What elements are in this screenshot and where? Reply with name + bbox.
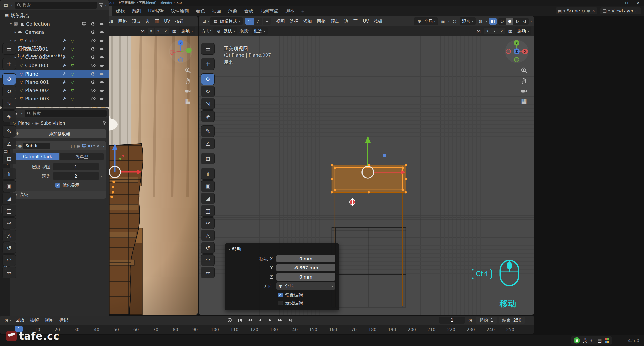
frame-start-field[interactable]: 起始 1 (476, 317, 497, 324)
outliner-item-Plane.001[interactable]: • ▸ ▽ Plane.001 ▽ (0, 78, 109, 86)
tool-button-poly-build[interactable]: △ (201, 230, 214, 241)
expand-caret[interactable]: ▸ (13, 39, 18, 42)
timeline-menu[interactable]: 标记 (56, 316, 71, 324)
options-dropdown[interactable]: 选项 ▾ (179, 27, 195, 35)
workspace-tab[interactable]: 渲染 (225, 6, 241, 16)
drag-handle-icon[interactable]: ∷ (101, 143, 104, 148)
tool-button-loop-cut[interactable]: ◫ (201, 205, 214, 216)
shading-solid-button[interactable]: ● (506, 18, 513, 25)
tool-button-cursor[interactable]: ✛ (3, 58, 16, 70)
viewport-menu[interactable]: 面 (351, 17, 360, 25)
drag-dropdown[interactable]: 框选 ▾ (252, 27, 268, 35)
tool-button-inset-faces[interactable]: ▣ (3, 181, 16, 192)
pin-icon[interactable] (103, 121, 106, 125)
timeline-menu[interactable]: 视图 (42, 316, 56, 324)
outliner-item-Plane.002[interactable]: • ▸ ▽ Plane.002 ▽ (0, 86, 109, 94)
timeline-menu[interactable]: 回放 (13, 316, 27, 324)
jump-to-end-button[interactable] (286, 317, 295, 323)
render-visibility-toggle[interactable] (100, 39, 105, 42)
scene-selector[interactable]: ▤ ▾ Scene ⊙ ⊕ ✕ (556, 7, 597, 14)
shading-material-button[interactable]: ◐ (513, 18, 521, 25)
tool-button-smooth[interactable]: ◠ (201, 255, 214, 266)
tool-button-tweak-select[interactable]: ▭ (201, 43, 214, 54)
tool-button-edge-slide[interactable]: ↔ (201, 267, 214, 278)
filter-icon[interactable] (99, 3, 103, 7)
grid-toggle-icon[interactable]: ▦ (521, 97, 527, 105)
workspace-tab[interactable]: 纹理绘制 (167, 6, 192, 16)
hide-toggle[interactable] (91, 97, 96, 100)
tool-button-add-cube[interactable]: ⊞ (3, 153, 16, 164)
mirror-axis-button[interactable]: Z (162, 28, 169, 34)
hide-toggle[interactable] (91, 64, 96, 67)
levels-viewport-field[interactable]: 1 (53, 163, 99, 170)
xray-toggle[interactable]: ◧ (489, 18, 497, 25)
proportional-edit-icon[interactable]: ◎ (451, 19, 458, 24)
tool-button-scale[interactable]: ⇲ (201, 98, 214, 109)
viewport-menu[interactable]: 选择 (287, 17, 301, 25)
viewport-menu[interactable]: UV (360, 18, 371, 25)
tool-button-add-cube[interactable]: ⊞ (201, 153, 214, 164)
tool-button-cursor[interactable]: ✛ (201, 58, 214, 70)
modifier-panel-header[interactable]: ▾ ◉ Subdi... ▢ ▦ ▾ ✕ ∷ (13, 141, 106, 150)
collapse-caret-icon[interactable]: ▾ (229, 247, 230, 251)
snap-magnet-icon[interactable]: ⋒ (440, 19, 446, 24)
face-select-button[interactable]: ▰ (263, 18, 271, 25)
jump-to-start-button[interactable] (236, 317, 244, 323)
tool-button-extrude[interactable]: ⇧ (201, 168, 214, 179)
viewport-menu[interactable]: 边 (342, 17, 351, 25)
viewlayer-selector[interactable]: ❏ ▾ ViewLayer ⊕ (600, 7, 641, 14)
outliner-item-Plane.003[interactable]: • ▸ ▽ Plane.003 ▽ (0, 94, 109, 103)
frame-end-field[interactable]: 结束 250 (499, 317, 525, 324)
workspace-tab[interactable]: 着色 (192, 6, 209, 16)
outliner-item-Cube[interactable]: • ▸ ▽ Cube ▽ (0, 36, 109, 45)
cage-display-toggle[interactable]: ▦ (76, 143, 80, 148)
orientation-dropdown[interactable]: ⊕ 全局 ▾ (276, 282, 335, 290)
add-modifier-button[interactable]: + 添加修改器 (13, 129, 106, 138)
viewport-menu[interactable]: 顶点 (129, 17, 143, 25)
ime-menu-icon[interactable] (605, 338, 609, 343)
workspace-tab[interactable]: 合成 (241, 6, 257, 16)
tool-button-bevel[interactable]: ◢ (201, 193, 214, 204)
viewport-menu[interactable]: 网格 (116, 17, 129, 25)
hide-toggle[interactable] (91, 30, 96, 34)
viewport-menu[interactable]: 按钮 (173, 17, 186, 25)
viewport-display-toggle[interactable] (82, 144, 86, 148)
expand-caret[interactable]: ▾ (8, 22, 14, 26)
zoom-icon[interactable] (521, 67, 527, 74)
axis-value-field[interactable]: 0 mm (276, 255, 335, 262)
render-visibility-toggle[interactable] (100, 72, 105, 76)
transform-orientation-dropdown[interactable]: ⊕ 全局 ▾ (414, 17, 438, 25)
navigation-gizmo[interactable]: Y X Z (505, 39, 529, 63)
render-visibility-toggle[interactable] (100, 97, 105, 100)
viewport-menu[interactable]: 面 (152, 17, 162, 25)
tool-button-move[interactable]: ✥ (201, 74, 214, 85)
render-visibility-toggle[interactable] (100, 30, 105, 34)
orientation-dropdown[interactable]: ⊕ 默认 ▾ (213, 27, 237, 35)
pin-icon[interactable]: ⊙ (582, 9, 585, 13)
render-visibility-toggle[interactable] (100, 64, 105, 67)
add-workspace-button[interactable]: + (298, 8, 308, 14)
render-visibility-toggle[interactable] (100, 47, 105, 51)
levels-render-field[interactable]: 2 (53, 172, 99, 180)
search-input[interactable] (23, 3, 95, 8)
tool-button-measure[interactable]: ∠ (3, 138, 16, 149)
workspace-tab[interactable]: 动画 (209, 6, 225, 16)
tool-button-smooth[interactable]: ◠ (3, 255, 16, 266)
simple-button[interactable]: 简单型 (60, 153, 104, 160)
tool-button-spin[interactable]: ↺ (201, 242, 214, 253)
animate-dot[interactable]: • (99, 175, 104, 178)
overlays-icon[interactable]: ◍ (477, 19, 484, 24)
shading-rendered-button[interactable]: ◑ (521, 18, 529, 25)
vertex-select-button[interactable]: ∷ (245, 18, 254, 25)
camera-view-icon[interactable] (521, 89, 527, 93)
editor-type-icon[interactable]: ⊡ (201, 19, 207, 24)
tool-button-transform[interactable]: ◈ (3, 111, 16, 122)
mode-dropdown[interactable]: ▦ 编辑模式 ▾ (210, 17, 243, 25)
maximize-button[interactable]: □ (621, 0, 632, 6)
tool-button-loop-cut[interactable]: ◫ (3, 205, 16, 216)
pan-hand-icon[interactable] (185, 78, 191, 84)
keyboard-icon[interactable]: ▤ (597, 338, 602, 343)
hide-toggle[interactable] (91, 72, 96, 76)
mirror-axis-button[interactable]: Y (491, 28, 498, 34)
tool-button-tweak-select[interactable]: ▭ (3, 43, 16, 54)
